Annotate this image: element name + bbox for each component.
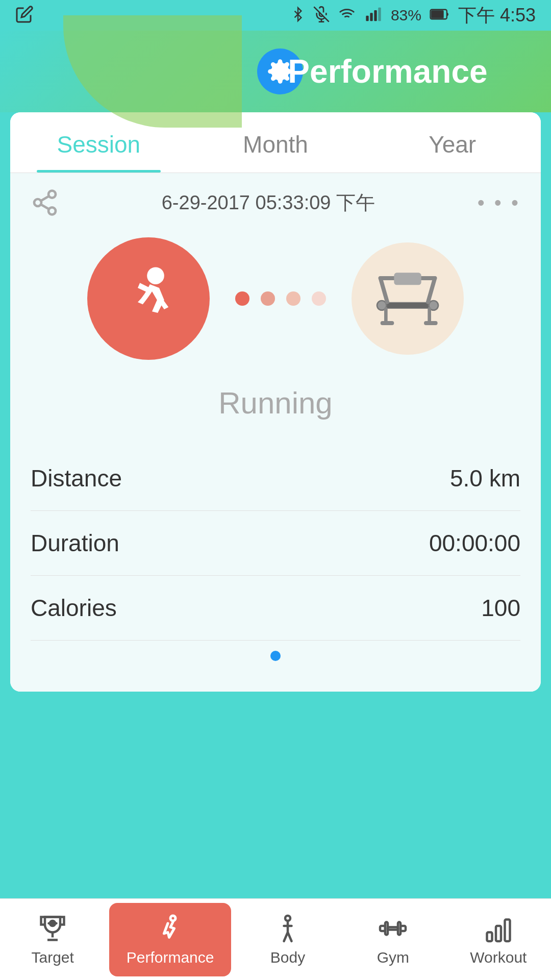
tab-bar: Session Month Year [10, 112, 541, 173]
nav-item-body[interactable]: Body [235, 905, 340, 974]
nav-item-target[interactable]: Target [0, 905, 105, 974]
treadmill-svg [367, 258, 448, 339]
running-nav-icon [155, 913, 186, 944]
runner-svg [113, 263, 184, 334]
distance-value: 5.0 km [450, 464, 520, 492]
calories-value: 100 [481, 594, 520, 622]
svg-line-14 [41, 196, 49, 201]
session-header-row: 6-29-2017 05:33:09 下午 • • • [31, 188, 520, 217]
nav-label-gym: Gym [377, 949, 409, 966]
duration-label: Duration [31, 529, 119, 557]
header: Performance [0, 31, 551, 112]
mute-icon [313, 6, 330, 24]
dot-3 [286, 291, 300, 306]
stat-duration: Duration 00:00:00 [31, 511, 520, 576]
bottom-nav: Target Performance Body Gym [0, 898, 551, 980]
workout-icon [483, 913, 514, 944]
treadmill-activity-icon[interactable] [352, 242, 464, 355]
svg-point-10 [48, 191, 56, 198]
svg-rect-36 [487, 932, 492, 941]
share-button[interactable] [31, 188, 59, 217]
nav-item-workout[interactable]: Workout [446, 905, 551, 974]
more-options-button[interactable]: • • • [478, 191, 520, 214]
activity-name: Running [31, 385, 520, 421]
signal-icon [364, 6, 383, 24]
page-title: Performance [288, 53, 487, 90]
svg-rect-9 [431, 10, 444, 18]
svg-rect-37 [496, 926, 501, 941]
nav-item-performance[interactable]: Performance [109, 903, 231, 976]
activity-carousel-dots [235, 291, 326, 306]
nav-label-performance: Performance [127, 949, 214, 966]
nav-label-body: Body [270, 949, 305, 966]
gym-icon [378, 913, 408, 944]
edit-icon [15, 5, 34, 26]
battery-icon [430, 7, 450, 23]
main-card: Session Month Year 6-29-2017 05:33:09 下午… [10, 112, 541, 692]
svg-rect-17 [382, 303, 433, 308]
svg-rect-5 [370, 13, 372, 21]
svg-rect-38 [505, 919, 510, 941]
svg-line-21 [428, 278, 435, 302]
page-dot-active [270, 651, 281, 661]
page-indicator [31, 641, 520, 666]
body-icon [272, 913, 303, 944]
svg-rect-23 [394, 273, 421, 285]
calories-label: Calories [31, 594, 117, 622]
nav-item-gym[interactable]: Gym [340, 905, 445, 974]
nav-label-target: Target [32, 949, 74, 966]
bg-decoration [63, 15, 242, 128]
distance-label: Distance [31, 464, 122, 492]
battery-label: 83% [391, 7, 421, 24]
svg-point-30 [285, 916, 290, 921]
svg-point-15 [147, 267, 164, 284]
tab-year[interactable]: Year [364, 112, 541, 173]
session-content: 6-29-2017 05:33:09 下午 • • • [10, 173, 541, 692]
dot-4 [312, 291, 326, 306]
svg-line-13 [41, 205, 49, 209]
running-activity-icon[interactable] [87, 237, 210, 360]
wifi-icon [338, 6, 356, 24]
svg-point-11 [34, 199, 41, 206]
svg-rect-27 [424, 321, 438, 325]
dot-1 [235, 291, 249, 306]
trophy-icon [37, 913, 68, 944]
activity-icons-row [31, 237, 520, 360]
nav-label-workout: Workout [470, 949, 527, 966]
dot-2 [261, 291, 275, 306]
stat-distance: Distance 5.0 km [31, 446, 520, 511]
svg-rect-6 [374, 10, 377, 21]
status-time: 下午 4:53 [458, 3, 536, 28]
svg-rect-26 [381, 321, 394, 325]
bluetooth-icon [291, 6, 305, 24]
svg-rect-7 [378, 8, 381, 21]
svg-point-29 [170, 916, 176, 921]
stat-calories: Calories 100 [31, 576, 520, 641]
svg-rect-4 [366, 16, 368, 21]
svg-point-12 [48, 207, 56, 214]
svg-line-20 [381, 278, 387, 302]
status-icons: 83% 下午 4:53 [291, 3, 536, 28]
session-datetime: 6-29-2017 05:33:09 下午 [162, 190, 375, 216]
svg-rect-35 [388, 927, 398, 929]
duration-value: 00:00:00 [429, 529, 520, 557]
